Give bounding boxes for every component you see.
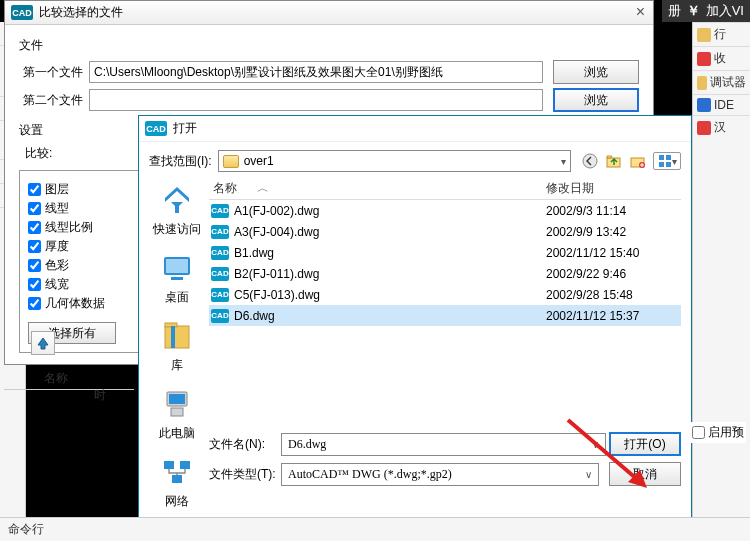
- svg-rect-18: [169, 394, 185, 404]
- checkbox-input[interactable]: [28, 221, 41, 234]
- file-row[interactable]: CADA1(FJ-002).dwg2002/9/3 11:14: [209, 200, 681, 221]
- file-row[interactable]: CADD6.dwg2002/11/12 15:37: [209, 305, 681, 326]
- place-label: 网络: [165, 493, 189, 510]
- checkbox-label: 几何体数据: [45, 295, 105, 312]
- browse-second-button[interactable]: 浏览: [553, 88, 639, 112]
- file-row[interactable]: CADA3(FJ-004).dwg2002/9/9 13:42: [209, 221, 681, 242]
- folder-icon: [223, 155, 239, 168]
- svg-rect-22: [172, 475, 182, 483]
- up-folder-icon[interactable]: [605, 152, 623, 170]
- file-name: C5(FJ-013).dwg: [234, 288, 546, 302]
- compare-checkbox[interactable]: 色彩: [28, 257, 130, 274]
- place-item[interactable]: 桌面: [149, 246, 205, 312]
- place-label: 库: [171, 357, 183, 374]
- compare-checkbox[interactable]: 几何体数据: [28, 295, 130, 312]
- folder-combobox[interactable]: over1 ▾: [218, 150, 571, 172]
- cad-icon: CAD: [11, 5, 33, 20]
- remote-item[interactable]: IDE: [693, 94, 750, 115]
- open-button[interactable]: 打开(O): [609, 432, 681, 456]
- place-icon: [161, 184, 193, 219]
- remote-item[interactable]: 汉: [693, 115, 750, 139]
- remote-item-label: 调试器: [710, 74, 746, 91]
- arrow-up-icon: [36, 336, 50, 350]
- place-item[interactable]: 此电脑: [149, 382, 205, 448]
- cancel-button[interactable]: 取消: [609, 462, 681, 486]
- new-folder-icon[interactable]: [629, 152, 647, 170]
- place-label: 桌面: [165, 289, 189, 306]
- svg-marker-8: [165, 187, 189, 202]
- checkbox-input[interactable]: [28, 297, 41, 310]
- filetype-combobox[interactable]: AutoCAD™ DWG (*.dwg;*.gp2)∨: [281, 463, 599, 486]
- compare-checkbox[interactable]: 线型比例: [28, 219, 130, 236]
- compare-checkbox[interactable]: 厚度: [28, 238, 130, 255]
- file-list[interactable]: 名称︿ 修改日期 CADA1(FJ-002).dwg2002/9/3 11:14…: [209, 178, 681, 326]
- second-file-input[interactable]: [89, 89, 543, 111]
- file-row[interactable]: CADB2(FJ-011).dwg2002/9/22 9:46: [209, 263, 681, 284]
- cad-icon: CAD: [145, 121, 167, 136]
- file-date: 2002/9/3 11:14: [546, 204, 681, 218]
- lower-column-name[interactable]: 名称时: [4, 368, 134, 390]
- svg-rect-20: [164, 461, 174, 469]
- chevron-down-icon: ▾: [672, 156, 677, 167]
- col-header-date[interactable]: 修改日期: [546, 180, 681, 197]
- file-row[interactable]: CADB1.dwg2002/11/12 15:40: [209, 242, 681, 263]
- remote-item[interactable]: 收: [693, 46, 750, 70]
- open-title-text: 打开: [173, 120, 197, 137]
- file-name: B1.dwg: [234, 246, 546, 260]
- checkbox-label: 色彩: [45, 257, 69, 274]
- checkbox-input[interactable]: [28, 259, 41, 272]
- checkbox-input[interactable]: [28, 278, 41, 291]
- filetype-label: 文件类型(T):: [209, 466, 281, 483]
- dwg-file-icon: CAD: [211, 204, 229, 218]
- dwg-file-icon: CAD: [211, 309, 229, 323]
- file-date: 2002/9/9 13:42: [546, 225, 681, 239]
- up-arrow-button[interactable]: [31, 331, 55, 355]
- remote-item-label: 行: [714, 26, 726, 43]
- file-list-header[interactable]: 名称︿ 修改日期: [209, 178, 681, 200]
- open-titlebar: CAD 打开: [139, 116, 691, 142]
- svg-rect-6: [659, 162, 664, 167]
- file-name: A1(FJ-002).dwg: [234, 204, 546, 218]
- checkbox-input[interactable]: [28, 183, 41, 196]
- remote-item-label: 收: [714, 50, 726, 67]
- place-icon: [161, 252, 193, 287]
- compare-checkbox[interactable]: 线型: [28, 200, 130, 217]
- place-label: 快速访问: [153, 221, 201, 238]
- chevron-down-icon: ∨: [585, 469, 592, 480]
- close-icon[interactable]: ×: [632, 3, 649, 21]
- file-date: 2002/11/12 15:37: [546, 309, 681, 323]
- preview-checkbox-input[interactable]: [692, 426, 705, 439]
- place-label: 此电脑: [159, 425, 195, 442]
- place-item[interactable]: 库: [149, 314, 205, 380]
- compare-checkbox[interactable]: 线宽: [28, 276, 130, 293]
- file-row[interactable]: CADC5(FJ-013).dwg2002/9/28 15:48: [209, 284, 681, 305]
- col-header-name[interactable]: 名称︿: [209, 180, 546, 197]
- view-menu-icon[interactable]: ▾: [653, 152, 681, 170]
- filename-input[interactable]: [281, 433, 606, 456]
- places-bar: 快速访问桌面库此电脑网络: [149, 178, 205, 516]
- remote-item[interactable]: 调试器: [693, 70, 750, 94]
- browse-first-button[interactable]: 浏览: [553, 60, 639, 84]
- place-icon: [161, 320, 193, 355]
- second-file-label: 第二个文件: [19, 92, 89, 109]
- checkbox-input[interactable]: [28, 202, 41, 215]
- place-item[interactable]: 网络: [149, 450, 205, 516]
- dwg-file-icon: CAD: [211, 288, 229, 302]
- sort-asc-icon: ︿: [257, 180, 269, 197]
- checkbox-input[interactable]: [28, 240, 41, 253]
- folder-name: over1: [244, 154, 274, 168]
- dwg-file-icon: CAD: [211, 267, 229, 281]
- enable-preview-checkbox[interactable]: 启用预: [690, 422, 746, 443]
- compare-checkbox[interactable]: 图层: [28, 181, 130, 198]
- chevron-down-icon: ▾: [561, 156, 566, 167]
- file-section-label: 文件: [19, 37, 639, 54]
- remote-item[interactable]: 行: [693, 22, 750, 46]
- back-icon[interactable]: [581, 152, 599, 170]
- look-in-label: 查找范围(I):: [149, 153, 212, 170]
- svg-rect-12: [166, 259, 188, 273]
- first-file-input[interactable]: [89, 61, 543, 83]
- command-line-label: 命令行: [0, 517, 750, 541]
- place-item[interactable]: 快速访问: [149, 178, 205, 244]
- host-titlebar-fragment: 册 ￥ 加入VI: [662, 0, 750, 22]
- chevron-down-icon[interactable]: ∨: [592, 439, 599, 450]
